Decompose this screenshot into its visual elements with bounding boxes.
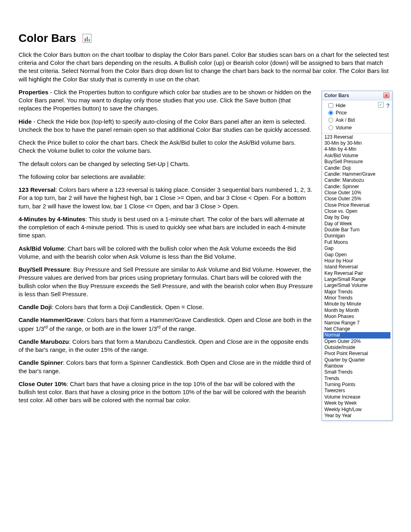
list-item[interactable]: Gap Open <box>324 252 390 258</box>
list-item[interactable]: Small Trends <box>324 369 390 375</box>
list-item[interactable]: Large/Small Range <box>324 276 390 283</box>
list-item[interactable]: 123 Reversal <box>324 134 390 140</box>
properties-paragraph: Properties - Click the Properties button… <box>19 88 313 113</box>
desc-label: 123 Reversal <box>19 186 56 193</box>
list-item[interactable]: Close Price Reversal <box>324 202 390 208</box>
desc-marubozu: Candle Marubozu: Colors bars that form a… <box>19 338 313 354</box>
following-paragraph: The following color bar selections are a… <box>19 173 313 181</box>
study-list[interactable]: 123 Reversal30-Min by 30-Min4-Min by 4-M… <box>322 133 392 421</box>
desc-close10: Close Outer 10%: Chart bars that have a … <box>19 380 313 405</box>
list-item[interactable]: Close Outer 10% <box>324 190 390 196</box>
list-item[interactable]: Buy/Sell Pressure <box>324 159 390 165</box>
desc-doji: Candle Doji: Colors bars that form a Doj… <box>19 303 313 311</box>
list-item[interactable]: Major Trends <box>324 289 390 295</box>
askbid-radio[interactable] <box>328 118 333 123</box>
desc-label: Ask/Bid Volume <box>19 245 64 252</box>
list-item[interactable]: Full Moons <box>324 239 390 245</box>
hide-paragraph: Hide - Check the Hide box (top-left) to … <box>19 118 313 134</box>
list-item[interactable]: Minor Trends <box>324 295 390 301</box>
desc-label: Buy/Sell Pressure <box>19 266 70 273</box>
desc-4min: 4-Minutes by 4-Minutes: This study is be… <box>19 215 313 240</box>
desc-label: Candle Hammer/Grave <box>19 316 83 323</box>
close-icon[interactable]: x <box>383 92 390 98</box>
volume-label: Volume <box>336 125 352 131</box>
color-bars-panel: Color Bars x ✓ ? Hide Price Ask / Bid Vo… <box>322 91 392 421</box>
list-item[interactable]: Gap <box>324 245 390 251</box>
desc-123-reversal: 123 Reversal: Colors bars where a 123 re… <box>19 186 313 210</box>
list-item[interactable]: Double Bar Turn <box>324 227 390 233</box>
help-icon[interactable]: ? <box>386 102 390 110</box>
list-item[interactable]: Trends <box>324 376 390 382</box>
desc-buysell: Buy/Sell Pressure: Buy Pressure and Sell… <box>19 266 313 298</box>
list-item[interactable]: Day by Day <box>324 214 390 220</box>
price-paragraph: Check the Price bullet to color the char… <box>19 139 313 155</box>
list-item[interactable]: Island Reversal <box>324 264 390 270</box>
list-item[interactable]: Net Change <box>324 326 390 332</box>
list-item[interactable]: Close vs. Open <box>324 208 390 214</box>
list-item[interactable]: Outside/Inside <box>324 345 390 351</box>
list-item[interactable]: Candle: Spinner <box>324 184 390 190</box>
properties-icon[interactable]: ✓ <box>378 102 384 108</box>
properties-label: Properties <box>19 89 48 96</box>
list-item[interactable]: Day of Week <box>324 221 390 227</box>
list-item[interactable]: Week by Week <box>324 400 390 406</box>
price-row[interactable]: Price <box>328 109 390 116</box>
volume-row[interactable]: Volume <box>328 124 390 131</box>
askbid-row[interactable]: Ask / Bid <box>328 116 390 124</box>
desc-hammer: Candle Hammer/Grave: Colors bars that fo… <box>19 316 313 333</box>
default-colors-paragraph: The default colors can be changed by sel… <box>19 160 313 168</box>
list-item[interactable]: Candle: Hammer/Grave <box>324 171 390 177</box>
desc-askbid: Ask/Bid Volume: Chart bars will be color… <box>19 245 313 261</box>
price-radio[interactable] <box>328 110 333 115</box>
hide-text: - Check the Hide box (top-left) to speci… <box>19 118 311 133</box>
list-item[interactable]: Key Reversal Pair <box>324 270 390 276</box>
desc-label: Candle Doji <box>19 303 52 310</box>
list-item[interactable]: Close Outer 25% <box>324 196 390 202</box>
page-title: Color Bars <box>19 31 76 46</box>
list-item[interactable]: Hour by Hour <box>324 258 390 264</box>
properties-text: - Click the Properties button to configu… <box>19 89 311 112</box>
desc-text: of the range, or both are in the lower 1… <box>48 325 157 332</box>
price-label: Price <box>336 110 347 116</box>
list-item[interactable]: Volume Increase <box>324 394 390 400</box>
desc-spinner: Candle Spinner: Colors bars that form a … <box>19 359 313 375</box>
hide-checkbox[interactable] <box>328 103 333 108</box>
list-item[interactable]: Dunnigan <box>324 233 390 239</box>
list-item[interactable]: Narrow Range 7 <box>324 320 390 326</box>
color-bars-icon <box>83 34 91 43</box>
list-item[interactable]: Ask/Bid Volume <box>324 153 390 159</box>
desc-label: Candle Marubozu <box>19 338 69 345</box>
ordinal-suffix: rd <box>157 325 160 329</box>
list-item[interactable]: Minute by Minute <box>324 301 390 307</box>
desc-text: : Colors bars where a 123 reversal is ta… <box>19 186 312 210</box>
list-item[interactable]: Candle: Doji <box>324 165 390 171</box>
list-item[interactable]: 30-Min by 30-Min <box>324 140 390 146</box>
hide-label: Hide <box>19 118 32 125</box>
list-item[interactable]: Quarter by Quarter <box>324 357 390 363</box>
list-item[interactable]: Month by Month <box>324 308 390 314</box>
desc-text: : Colors bars that form a Doji Candlesti… <box>52 303 204 310</box>
desc-text: of the range. <box>160 325 196 332</box>
list-item[interactable]: Pivot Point Reversal <box>324 351 390 357</box>
desc-label: Candle Spinner <box>19 359 63 366</box>
list-item[interactable]: Open Outer 20% <box>324 339 390 345</box>
hide-label: Hide <box>336 102 346 109</box>
list-item[interactable]: Weekly High/Low <box>324 407 390 413</box>
desc-label: 4-Minutes by 4-Minutes <box>19 216 85 222</box>
desc-label: Close Outer 10% <box>19 380 66 387</box>
ordinal-suffix: rd <box>44 325 48 329</box>
list-item[interactable]: Moon Phases <box>324 314 390 320</box>
list-item[interactable]: Normal <box>324 332 390 338</box>
list-item[interactable]: Candle: Marubozu <box>324 177 390 183</box>
list-item[interactable]: Rainbow <box>324 363 390 369</box>
list-item[interactable]: Year by Year <box>324 413 390 419</box>
list-item[interactable]: Turning Points <box>324 382 390 388</box>
volume-radio[interactable] <box>328 125 333 130</box>
askbid-label: Ask / Bid <box>336 117 355 123</box>
list-item[interactable]: 4-Min by 4-Min <box>324 146 390 152</box>
list-item[interactable]: Tweezers <box>324 388 390 394</box>
intro-paragraph: Click the Color Bars button on the chart… <box>19 51 392 83</box>
list-item[interactable]: Large/Small Volume <box>324 283 390 289</box>
panel-title-text: Color Bars <box>324 92 349 99</box>
